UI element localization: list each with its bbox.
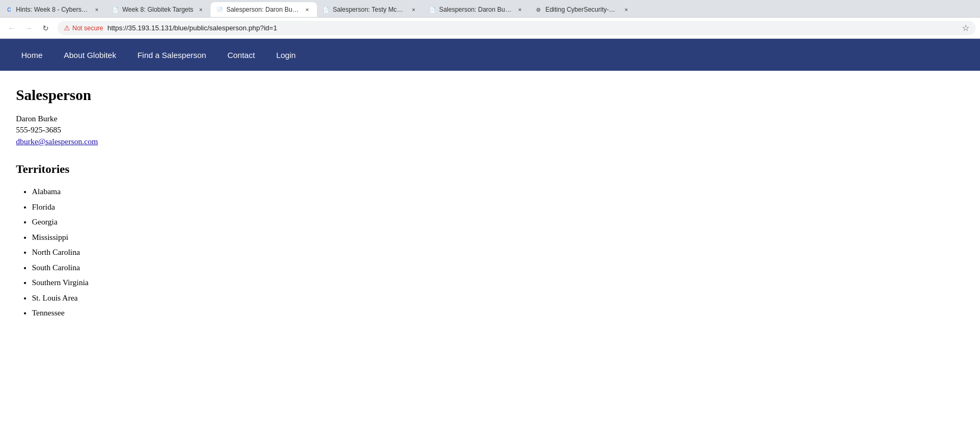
warning-icon: ⚠ [64, 24, 70, 32]
nav-link[interactable]: Home [11, 39, 53, 71]
territory-item: Georgia [32, 214, 463, 230]
territories-title: Territories [16, 162, 463, 176]
site-nav: HomeAbout GlobitekFind a SalespersonCont… [0, 39, 980, 71]
page-title: Salesperson [16, 87, 463, 104]
salesperson-phone: 555-925-3685 [16, 126, 463, 135]
tab-title: Salesperson: Testy McTe... [333, 6, 406, 13]
tab-close-button[interactable]: × [93, 5, 101, 14]
tab-title: Salesperson: Daron Burk... [227, 6, 300, 13]
tab-close-button[interactable]: × [409, 5, 418, 14]
tab-title: Editing CyberSecurity-W... [546, 6, 619, 13]
tab-favicon: 📄 [112, 6, 119, 13]
territory-item: Southern Virginia [32, 275, 463, 290]
browser-tab[interactable]: 📄Salesperson: Daron Burk...× [423, 2, 530, 17]
address-bar-row: ← → ↻ ⚠ Not secure https://35.193.15.131… [0, 17, 980, 38]
nav-link[interactable]: Contact [217, 39, 266, 71]
tab-close-button[interactable]: × [622, 5, 631, 14]
browser-tab[interactable]: ⚙Editing CyberSecurity-W...× [530, 2, 636, 17]
territories-list: AlabamaFloridaGeorgiaMississippiNorth Ca… [16, 184, 463, 321]
forward-button[interactable]: → [21, 21, 36, 36]
salesperson-email-link[interactable]: dburke@salesperson.com [16, 137, 98, 146]
reload-button[interactable]: ↻ [38, 21, 53, 36]
browser-tab[interactable]: CHints: Week 8 - Cyberse...× [0, 2, 106, 17]
salesperson-info: Daron Burke 555-925-3685 dburke@salesper… [16, 114, 463, 146]
territory-item: Mississippi [32, 230, 463, 245]
main-content: Salesperson Daron Burke 555-925-3685 dbu… [0, 71, 479, 337]
salesperson-name: Daron Burke [16, 114, 463, 123]
browser-tab[interactable]: 📄Salesperson: Daron Burk...× [211, 2, 317, 17]
bookmark-icon[interactable]: ☆ [962, 23, 969, 33]
territory-item: Alabama [32, 184, 463, 199]
territory-item: South Carolina [32, 260, 463, 276]
browser-tab[interactable]: 📄Salesperson: Testy McTe...× [317, 2, 423, 17]
address-bar[interactable]: ⚠ Not secure https://35.193.15.131/blue/… [57, 21, 976, 35]
security-warning: ⚠ Not secure [64, 24, 103, 32]
back-button[interactable]: ← [4, 21, 19, 36]
territory-item: North Carolina [32, 245, 463, 260]
tab-title: Hints: Week 8 - Cyberse... [16, 6, 89, 13]
territory-item: St. Louis Area [32, 290, 463, 306]
tab-favicon: C [5, 6, 13, 13]
security-label: Not secure [72, 24, 103, 32]
nav-link[interactable]: About Globitek [53, 39, 127, 71]
nav-link[interactable]: Find a Salesperson [127, 39, 216, 71]
nav-buttons: ← → ↻ [4, 21, 53, 36]
tab-close-button[interactable]: × [197, 5, 205, 14]
tab-favicon: ⚙ [535, 6, 542, 13]
tab-title: Week 8: Globitek Targets [122, 6, 194, 13]
tab-favicon: 📄 [322, 6, 330, 13]
url-text[interactable]: https://35.193.15.131/blue/public/salesp… [107, 24, 277, 32]
tab-close-button[interactable]: × [303, 5, 312, 14]
tab-favicon: 📄 [429, 6, 436, 13]
browser-chrome: CHints: Week 8 - Cyberse...×📄Week 8: Glo… [0, 0, 980, 39]
territory-item: Florida [32, 199, 463, 215]
tab-favicon: 📄 [216, 6, 223, 13]
nav-link[interactable]: Login [265, 39, 306, 71]
tab-title: Salesperson: Daron Burk... [439, 6, 513, 13]
tab-bar: CHints: Week 8 - Cyberse...×📄Week 8: Glo… [0, 0, 980, 17]
browser-tab[interactable]: 📄Week 8: Globitek Targets× [106, 2, 211, 17]
tab-close-button[interactable]: × [516, 5, 524, 14]
territory-item: Tennessee [32, 305, 463, 321]
